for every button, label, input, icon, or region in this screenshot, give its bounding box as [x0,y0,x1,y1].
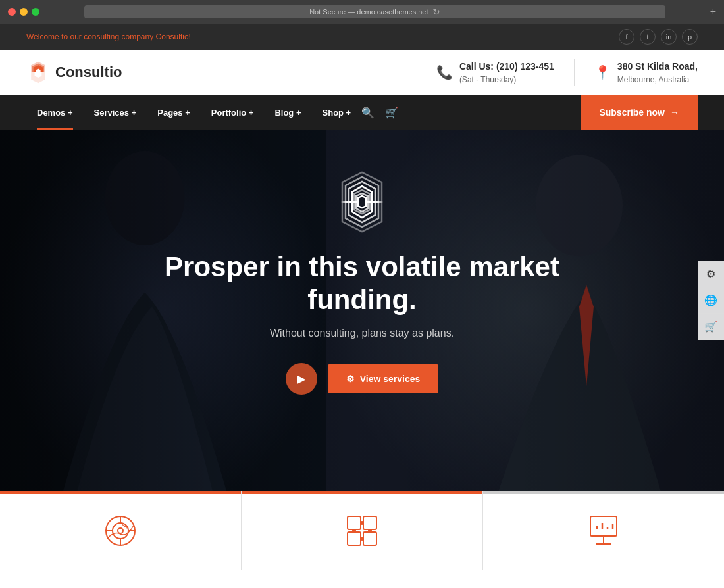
nav-item-services[interactable]: Services + [84,95,147,130]
header-contacts: 📞 Call Us: (210) 123-451 (Sat - Thursday… [436,59,698,86]
nav-item-pages[interactable]: Pages + [147,95,201,130]
address-line2: Melbourne, Australia [617,75,689,84]
services-gear-icon: ⚙ [346,374,355,384]
svg-point-22 [352,529,356,533]
logo-icon [26,61,50,84]
browser-chrome: Not Secure — demo.casethemes.net ↻ + [0,0,724,24]
phone-text: Call Us: (210) 123-451 (Sat - Thursday) [459,60,554,86]
card-2-top-bar [242,491,482,494]
social-icons: f t in p [619,29,698,45]
refresh-icon[interactable]: ↻ [432,7,440,17]
header: Consultio 📞 Call Us: (210) 123-451 (Sat … [0,50,724,95]
play-button[interactable]: ▶ [286,363,317,395]
top-bar-text: Welcome to our consulting company Consul… [26,32,191,41]
phone-number: Call Us: (210) 123-451 [459,60,554,74]
address-line1: 380 St Kilda Road, [617,60,698,74]
navigation: Demos + Services + Pages + Portfolio + B… [0,95,724,130]
svg-rect-15 [348,532,361,545]
play-icon: ▶ [297,372,306,386]
pinterest-icon[interactable]: p [682,29,698,45]
card-1-top-bar [0,491,241,494]
hero-section: Prosper in this volatile market funding.… [0,130,724,491]
brand-name: Consultio! [156,32,191,41]
svg-point-23 [360,537,364,541]
sidebar-cart-icon[interactable]: 🛒 [698,314,724,340]
url-text: Not Secure — demo.casethemes.net [309,8,428,16]
subscribe-label: Subscribe now [599,107,665,118]
svg-point-24 [368,529,372,533]
top-bar: Welcome to our consulting company Consul… [0,24,724,50]
card-3 [483,491,724,570]
cart-icon[interactable]: 🛒 [385,107,398,119]
services-label: View services [360,374,421,384]
sidebar-settings-icon[interactable]: ⚙ [698,261,724,287]
nav-item-blog[interactable]: Blog + [264,95,311,130]
welcome-text: Welcome to our consulting company [26,32,156,41]
website: Welcome to our consulting company Consul… [0,24,724,588]
cards-section [0,491,724,570]
svg-rect-16 [363,532,376,545]
hero-logo-icon [329,169,395,235]
sidebar-right: ⚙ 🌐 🛒 [698,261,724,340]
subscribe-arrow: → [670,107,679,118]
new-tab-button[interactable]: + [710,6,716,18]
svg-rect-14 [363,516,376,529]
location-icon: 📍 [594,64,611,80]
logo[interactable]: Consultio [26,61,122,84]
close-dot[interactable] [8,8,16,16]
facebook-icon[interactable]: f [619,29,634,45]
subscribe-button[interactable]: Subscribe now → [581,95,698,130]
phone-icon: 📞 [436,64,453,80]
hero-buttons: ▶ ⚙ View services [286,363,439,395]
twitter-icon[interactable]: t [640,29,656,45]
hero-content: Prosper in this volatile market funding.… [0,130,724,395]
nav-items: Demos + Services + Pages + Portfolio + B… [26,95,567,130]
svg-point-7 [118,528,123,533]
logo-text: Consultio [55,64,122,81]
search-icon[interactable]: 🔍 [361,107,375,119]
svg-point-21 [360,521,364,525]
minimize-dot[interactable] [20,8,28,16]
address-text: 380 St Kilda Road, Melbourne, Australia [617,60,698,86]
card-1 [0,491,242,570]
svg-point-6 [113,523,128,539]
phone-contact: 📞 Call Us: (210) 123-451 (Sat - Thursday… [436,60,554,86]
nav-item-demos[interactable]: Demos + [26,95,84,130]
nav-item-shop[interactable]: Shop + [312,95,362,130]
maximize-dot[interactable] [32,8,39,16]
puzzle-icon [342,511,382,551]
nav-item-portfolio[interactable]: Portfolio + [201,95,265,130]
hero-subtitle: Without consulting, plans stay as plans. [270,328,454,339]
phone-hours: (Sat - Thursday) [459,75,516,84]
chart-icon [584,511,623,551]
sidebar-globe-icon[interactable]: 🌐 [698,287,724,314]
analytics-icon [101,511,140,551]
header-divider [574,59,575,86]
address-bar[interactable]: Not Secure — demo.casethemes.net ↻ [84,5,665,18]
view-services-button[interactable]: ⚙ View services [328,364,439,393]
card-3-top-bar [483,491,724,494]
traffic-lights [8,8,39,16]
card-2 [242,491,483,570]
hero-title: Prosper in this volatile market funding. [165,251,559,317]
nav-icons: 🔍 🛒 [361,107,398,119]
linkedin-icon[interactable]: in [661,29,677,45]
address-contact: 📍 380 St Kilda Road, Melbourne, Australi… [594,60,698,86]
svg-rect-13 [348,516,361,529]
